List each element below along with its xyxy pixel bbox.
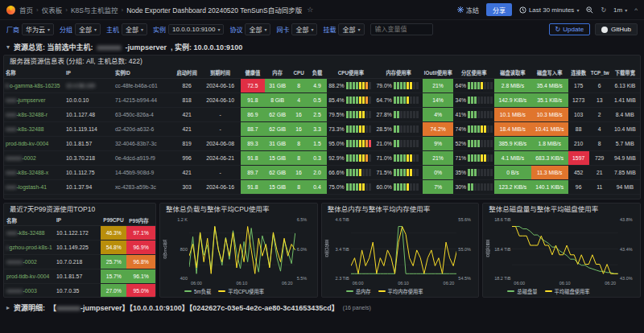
column-header[interactable]: P99CPU	[101, 216, 126, 225]
github-button[interactable]: GitHub	[595, 23, 638, 35]
detail-row-header[interactable]: ▸ 资源明细: 【xxxxxx-jumpserver】【10.0.0.10:91…	[6, 302, 638, 313]
host-name-link[interactable]: ixo-gamma-k8s-16235	[4, 78, 64, 92]
host-name-link[interactable]: xgzhou-prod-k8s-1	[4, 240, 54, 254]
host-name-link[interactable]: xxxxxx-0003	[4, 283, 54, 298]
host-name-link[interactable]: xxxxxx-0002	[4, 254, 54, 269]
host-name-link[interactable]: xxxx-jumpserver	[4, 92, 64, 107]
ip-link[interactable]: 10.1.127.48	[64, 107, 114, 121]
column-header[interactable]: IP	[64, 68, 114, 78]
column-header[interactable]: 内存使用率	[375, 68, 423, 78]
ip-link[interactable]: 10.1.37.94	[64, 179, 114, 194]
ip-link[interactable]: 10.1.81.57	[54, 269, 101, 283]
column-header[interactable]: 分区使用率	[453, 68, 494, 78]
share-button[interactable]: 分享	[486, 3, 512, 16]
ip-link[interactable]: 10.7.0.218	[54, 254, 101, 269]
column-header[interactable]: 内存	[265, 68, 291, 78]
column-header[interactable]: 名称	[4, 216, 54, 225]
column-header[interactable]: 磁盘读取率	[494, 68, 531, 78]
host-name-link[interactable]: xxxx-logstash-41	[4, 179, 64, 194]
time-series-plot[interactable]	[351, 217, 457, 281]
time-series-plot[interactable]	[512, 217, 618, 281]
legend-item[interactable]: 总内存	[346, 288, 371, 295]
time-series-plot[interactable]	[189, 217, 295, 281]
breadcrumb-item[interactable]: K8S与主机监控	[71, 5, 118, 14]
panel-title[interactable]: 整体总内存与整体平均内存使用率	[322, 204, 479, 216]
variable-dropdown[interactable]: 网卡全部▾	[276, 23, 317, 35]
star-icon[interactable]: ☆	[307, 6, 313, 14]
variable-dropdown[interactable]: 挂载全部▾	[323, 23, 364, 35]
variable-dropdown[interactable]: 主机全部▾	[106, 23, 147, 35]
host-name-link[interactable]: prod-tidb-kv-0004	[4, 136, 64, 150]
column-header[interactable]: IP	[54, 216, 101, 225]
column-header[interactable]: TCP_tw	[589, 68, 610, 78]
host-name-link[interactable]: xxxx-k8s-32488	[4, 121, 64, 136]
cpu-usage-gauge-wrap: 79.5%	[328, 111, 373, 118]
legend-item[interactable]: 平均磁盘使用率	[545, 288, 590, 295]
breadcrumb-item[interactable]: Node Exporter Dashboard 20240520 TenSunS…	[126, 5, 302, 14]
column-header[interactable]: 到期时间	[200, 68, 241, 78]
panel-title[interactable]: 整体总负载与整体平均CPU使用率	[160, 204, 317, 216]
x-tick-label: 06:20	[282, 281, 293, 287]
host-name-link[interactable]: xxxx-k8s-32488-x	[4, 165, 64, 179]
time-range-picker[interactable]: Last 30 minutes ▾	[519, 6, 580, 14]
column-header[interactable]: P99内存	[126, 216, 155, 225]
variable-value-box[interactable]: 全部▾	[291, 23, 317, 35]
variable-dropdown[interactable]: 协议全部▾	[229, 23, 270, 35]
legend-item[interactable]: 总磁盘量	[507, 288, 537, 295]
row-overview-header[interactable]: ▾ 资源总览: 当前选中主机: xxxxxx-jumpserver, 实例: 1…	[0, 39, 644, 55]
panel-title[interactable]: 服务器资源信息表 (分组: All, 主机总数: 422)	[4, 56, 640, 68]
breadcrumb-item[interactable]: 仪表板	[42, 5, 63, 14]
ip-link[interactable]: 10.7.0.35	[54, 283, 101, 298]
freeze-button[interactable]: 冻结	[457, 6, 479, 14]
column-header[interactable]: 实例ID	[114, 68, 174, 78]
legend-item[interactable]: 5m负载	[184, 288, 211, 295]
refresh-interval-dropdown[interactable]: 1m ▾	[613, 6, 627, 14]
column-header[interactable]: 健康值	[241, 68, 265, 78]
legend-item[interactable]: 平均CPU使用率	[218, 288, 264, 295]
column-header[interactable]: 连接数	[568, 68, 589, 78]
column-header[interactable]: 负载	[308, 68, 327, 78]
column-header[interactable]: IOutil使用率	[423, 68, 454, 78]
legend-item[interactable]: 平均内存使用率	[378, 288, 423, 295]
column-header[interactable]: 名称	[4, 68, 64, 78]
variable-value-box[interactable]: 全部▾	[122, 23, 147, 35]
ip-link[interactable]: 10.0.0.10	[64, 92, 114, 107]
gauge-segment	[416, 111, 419, 118]
variable-search-input[interactable]	[370, 23, 433, 35]
column-header[interactable]: 启动时间	[174, 68, 200, 78]
tcp-tw-cell: 8	[589, 136, 610, 150]
ip-link[interactable]: 10.1.119.114	[64, 121, 114, 136]
grafana-logo[interactable]	[6, 6, 15, 14]
panel-title[interactable]: 整体总磁盘量与整体平均磁盘使用率	[483, 204, 640, 216]
ip-link[interactable]: 10.1.149.225	[54, 240, 101, 254]
column-header[interactable]: 下载带宽	[610, 68, 640, 78]
memory-total-cell: 31 GiB	[265, 78, 291, 92]
variable-value-box[interactable]: 10.0.0.10:9100▾	[168, 24, 224, 35]
collapse-topbar-button[interactable]: ^	[634, 6, 638, 14]
ip-link[interactable]: 10.1.112.75	[64, 165, 114, 179]
refresh-button[interactable]: ↻	[601, 6, 606, 14]
update-button[interactable]: ↻ Update	[549, 23, 591, 35]
column-header[interactable]: CPU使用率	[327, 68, 374, 78]
host-name-link[interactable]: prod-tidb-kv-0004	[4, 269, 54, 283]
ip-link[interactable]: 10.3.70.218	[64, 150, 114, 165]
variable-value-box[interactable]: 华为云▾	[22, 23, 54, 35]
variable-value-box[interactable]: 全部▾	[245, 23, 270, 35]
variable-dropdown[interactable]: 厂商华为云▾	[6, 23, 54, 35]
ip-link[interactable]: 10.1.81.57	[64, 136, 114, 150]
breadcrumb-item[interactable]: 首页	[19, 5, 33, 14]
column-header[interactable]: CPU	[290, 68, 307, 78]
variable-value-box[interactable]: 全部▾	[338, 23, 364, 35]
host-name-link[interactable]: xxxx-k8s-32488-r	[4, 107, 64, 121]
column-header[interactable]: 磁盘写入率	[531, 68, 568, 78]
panel-title[interactable]: 最近7天P99资源使用TOP10	[4, 204, 155, 216]
host-name-link[interactable]: xxxxxx-0002	[4, 150, 64, 165]
variable-dropdown[interactable]: 实例10.0.0.10:9100▾	[153, 24, 224, 35]
ip-link[interactable]: 10.4.58.169	[64, 78, 114, 92]
ip-link[interactable]: 10.1.122.172	[54, 225, 101, 240]
host-name-link[interactable]: xxxx-k8s-32488	[4, 225, 54, 240]
resource-table-panel: 服务器资源信息表 (分组: All, 主机总数: 422) 名称IP实例ID启动…	[3, 55, 641, 199]
zoom-out-button[interactable]	[586, 6, 593, 14]
variable-value-box[interactable]: 全部▾	[75, 23, 101, 35]
variable-dropdown[interactable]: 分组全部▾	[60, 23, 101, 35]
